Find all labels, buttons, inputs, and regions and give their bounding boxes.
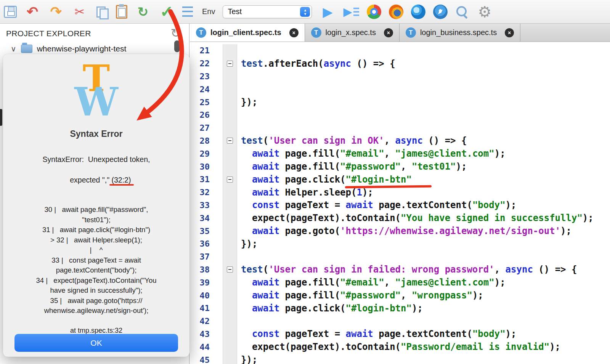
save-icon[interactable] <box>4 6 17 18</box>
excerpt-line: "test01"); <box>3 215 189 225</box>
error-location: (32:2) <box>111 176 131 184</box>
project-explorer-title: PROJECT EXPLORER <box>0 24 189 38</box>
code-text: await page.fill("#password", "test01"); <box>237 161 467 172</box>
code-line-24[interactable]: 24 <box>190 83 610 96</box>
code-text: await page.click("#login-btn" <box>237 174 412 185</box>
dialog-footer: at tmp.spec.ts:32 <box>3 327 189 335</box>
code-line-32[interactable]: 32 await Helper.sleep(1); <box>190 186 610 199</box>
main-toolbar: ↶↷✂↻✓ Env Test ▴▾ ▶▶⚙ <box>0 0 610 24</box>
refresh-explorer-icon[interactable]: ↻ <box>169 26 183 40</box>
code-line-45[interactable]: 45}); <box>190 353 610 364</box>
code-line-40[interactable]: 40 await page.fill("#password", "wrongpa… <box>190 289 610 302</box>
ok-button[interactable]: OK <box>14 334 178 352</box>
line-number: 22 <box>190 57 223 70</box>
editor-pane: Tlogin_client.spec.ts×Tlogin_x.spec.ts×T… <box>190 24 610 364</box>
line-number: 21 <box>190 44 223 57</box>
paste-icon[interactable] <box>116 5 127 19</box>
disclosure-chevron-icon[interactable]: ∨ <box>11 44 16 53</box>
tab-login_business.spec.ts[interactable]: Tlogin_business.spec.ts× <box>400 24 520 42</box>
close-tab-icon[interactable]: × <box>505 28 514 37</box>
fold-column <box>223 328 237 341</box>
fold-column <box>223 340 237 353</box>
play-icon[interactable]: ▶ <box>319 4 336 20</box>
close-tab-icon[interactable]: × <box>384 28 393 37</box>
settings-icon[interactable]: ⚙ <box>477 4 493 20</box>
fold-icon[interactable] <box>227 266 233 273</box>
testwise-file-icon: T <box>311 27 321 38</box>
search-icon[interactable] <box>455 5 469 19</box>
firefox-icon[interactable] <box>389 5 403 19</box>
play-to-cursor-icon[interactable]: ▶ <box>343 4 359 20</box>
testwise-file-icon: T <box>196 27 206 38</box>
run-steps-icon[interactable] <box>182 6 193 17</box>
close-tab-icon[interactable]: × <box>289 28 299 37</box>
undo-icon[interactable]: ↶ <box>24 4 40 20</box>
refresh-icon[interactable]: ↻ <box>135 4 151 20</box>
fold-column <box>223 109 237 122</box>
toolbar-icon-group-left: ↶↷✂↻✓ <box>4 4 193 20</box>
line-number: 25 <box>190 96 223 109</box>
code-line-23[interactable]: 23 <box>190 70 610 83</box>
tab-label: login_x.spec.ts <box>326 28 376 37</box>
code-line-39[interactable]: 39 await page.fill("#email", "james@clie… <box>190 276 610 289</box>
edge-icon[interactable] <box>411 5 425 19</box>
line-number: 30 <box>190 160 223 173</box>
code-line-22[interactable]: 22test.afterEach(async () => { <box>190 57 610 70</box>
env-dropdown-value: Test <box>228 7 242 16</box>
fold-icon[interactable] <box>227 61 233 67</box>
code-line-29[interactable]: 29 await page.fill("#email", "james@clie… <box>190 147 610 160</box>
code-line-35[interactable]: 35 await page.goto('https://whenwise.agi… <box>190 224 610 237</box>
code-line-37[interactable]: 37 <box>190 250 610 263</box>
line-number: 40 <box>190 289 223 302</box>
tab-login_x.spec.ts[interactable]: Tlogin_x.spec.ts× <box>305 24 400 42</box>
code-text: await Helper.sleep(1); <box>237 187 373 198</box>
code-line-30[interactable]: 30 await page.fill("#password", "test01"… <box>190 160 610 173</box>
code-line-41[interactable]: 41 await page.click("#login-btn"); <box>190 302 610 315</box>
code-line-43[interactable]: 43 const pageText = await page.textConte… <box>190 328 610 341</box>
redo-icon[interactable]: ↷ <box>48 4 64 20</box>
fold-column <box>223 160 237 173</box>
tab-label: login_business.spec.ts <box>420 28 497 37</box>
code-line-28[interactable]: 28test('User can sign in OK', async () =… <box>190 135 610 148</box>
line-number: 45 <box>190 353 223 364</box>
code-line-34[interactable]: 34 expect(pageText).toContain("You have … <box>190 212 610 224</box>
dropdown-stepper-icon[interactable]: ▴▾ <box>300 7 310 17</box>
tree-item-label: whenwise-playwright-test <box>37 44 127 53</box>
code-line-27[interactable]: 27 <box>190 122 610 135</box>
dialog-message: SyntaxError: Unexpected token, expected … <box>3 154 189 196</box>
line-number: 34 <box>190 212 223 224</box>
copy-icon[interactable] <box>95 5 108 18</box>
code-line-44[interactable]: 44 expect(pageText).toContain("Password/… <box>190 340 610 353</box>
explorer-scrollbar-thumb[interactable] <box>174 40 180 52</box>
logo-letter-w: W <box>74 82 118 121</box>
code-line-38[interactable]: 38test('User can sign in failed: wrong p… <box>190 263 610 276</box>
tab-login_client.spec.ts[interactable]: Tlogin_client.spec.ts× <box>190 24 305 42</box>
check-icon[interactable]: ✓ <box>159 4 175 20</box>
code-line-26[interactable]: 26 <box>190 109 610 122</box>
code-text: expect(pageText).toContain("You have sig… <box>237 213 594 223</box>
env-dropdown[interactable]: Test ▴▾ <box>223 5 312 18</box>
code-line-33[interactable]: 33 const pageText = await page.textConte… <box>190 199 610 212</box>
excerpt-line: 31 | await page.click("#login-btn") <box>3 225 189 235</box>
chrome-icon[interactable] <box>367 5 381 19</box>
code-line-42[interactable]: 42 <box>190 315 610 328</box>
window-edge-artifact <box>0 109 2 126</box>
code-line-21[interactable]: 21 <box>190 44 610 57</box>
excerpt-line: page.textContent("body"); <box>3 265 189 276</box>
code-text: const pageText = await page.textContent(… <box>237 329 517 339</box>
fold-column <box>223 122 237 135</box>
code-line-36[interactable]: 36}); <box>190 237 610 250</box>
dialog-message-line1: SyntaxError: Unexpected token, <box>43 155 150 164</box>
cut-icon[interactable]: ✂ <box>72 4 88 20</box>
code-text: await page.fill("#email", "james@client.… <box>237 277 506 288</box>
fold-icon[interactable] <box>227 138 233 144</box>
code-area[interactable]: 2122test.afterEach(async () => {232425})… <box>190 42 610 364</box>
code-line-25[interactable]: 25}); <box>190 96 610 109</box>
code-line-31[interactable]: 31 await page.click("#login-btn" <box>190 173 610 186</box>
line-number: 33 <box>190 199 223 212</box>
fold-column <box>223 315 237 328</box>
compass-icon[interactable] <box>433 5 448 19</box>
fold-icon[interactable] <box>227 176 233 183</box>
tree-item-project-root[interactable]: ∨ whenwise-playwright-test <box>11 44 189 53</box>
toolbar-icon-group-right: ▶▶⚙ <box>319 4 493 20</box>
